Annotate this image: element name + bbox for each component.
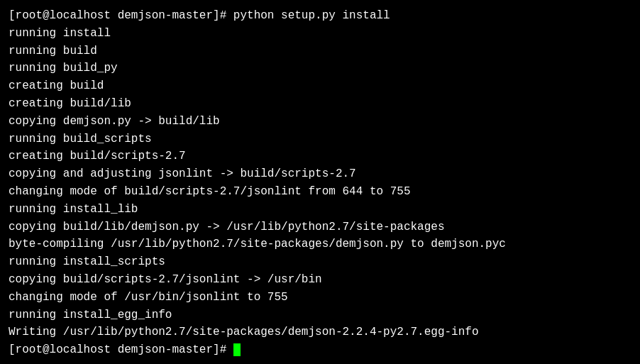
terminal-line: running install: [9, 25, 631, 43]
terminal-line: changing mode of build/scripts-2.7/jsonl…: [9, 183, 631, 201]
terminal-line: creating build/scripts-2.7: [9, 148, 631, 165]
terminal-output: [root@localhost demjson-master]# python …: [9, 7, 631, 359]
terminal-line: copying build/scripts-2.7/jsonlint -> /u…: [9, 271, 631, 289]
terminal-line: copying build/lib/demjson.py -> /usr/lib…: [9, 219, 631, 236]
terminal-line: copying demjson.py -> build/lib: [9, 113, 631, 131]
terminal-line: running build_py: [9, 60, 631, 77]
terminal-line: running build: [9, 43, 631, 60]
terminal-line: copying and adjusting jsonlint -> build/…: [9, 165, 631, 183]
terminal-line: [root@localhost demjson-master]# python …: [9, 7, 631, 25]
terminal-cursor: [233, 343, 241, 356]
terminal-line: creating build: [9, 77, 631, 95]
terminal-line: [root@localhost demjson-master]#: [9, 341, 631, 359]
terminal-line: Writing /usr/lib/python2.7/site-packages…: [9, 324, 631, 341]
terminal-line: running install_scripts: [9, 253, 631, 271]
terminal-line: byte-compiling /usr/lib/python2.7/site-p…: [9, 236, 631, 253]
terminal-line: creating build/lib: [9, 95, 631, 113]
terminal-line: running install_egg_info: [9, 307, 631, 324]
terminal-line: running build_scripts: [9, 131, 631, 148]
terminal-window[interactable]: [root@localhost demjson-master]# python …: [0, 0, 640, 364]
terminal-line: running install_lib: [9, 201, 631, 219]
terminal-line: changing mode of /usr/bin/jsonlint to 75…: [9, 289, 631, 307]
